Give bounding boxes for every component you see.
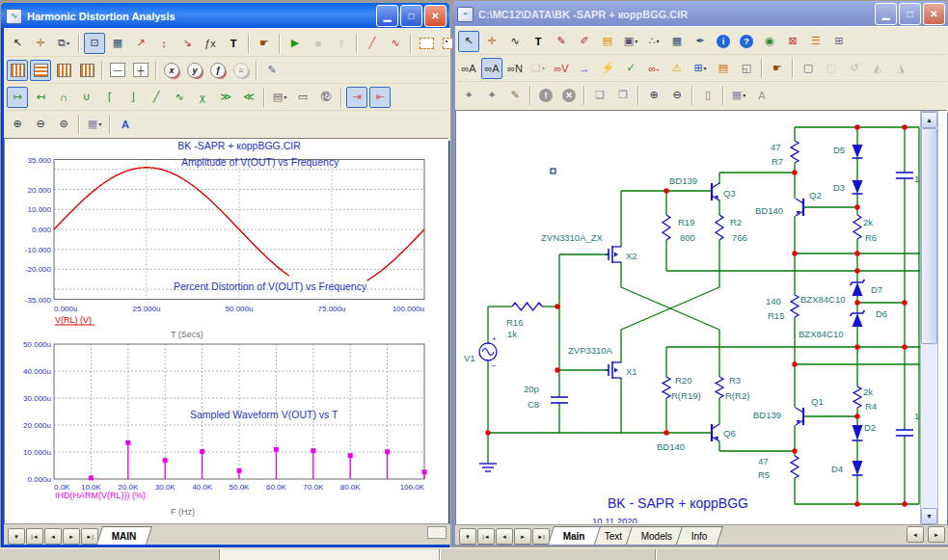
taskbar-segment[interactable] <box>219 549 441 560</box>
part-label[interactable]: ZVN3310A_ZX <box>541 232 604 243</box>
rotate-button[interactable]: ↺ <box>844 58 865 79</box>
info-button[interactable]: i <box>713 31 734 52</box>
border-display-button[interactable]: ☰ <box>805 31 826 52</box>
part-label[interactable]: ZVP3310A <box>568 345 613 356</box>
horizontal-scroll-right-button[interactable]: ► <box>928 526 945 543</box>
part-label[interactable]: D5 <box>833 145 845 155</box>
part-label[interactable]: D4 <box>831 464 843 474</box>
part-label[interactable]: R7 <box>772 156 783 167</box>
go-global-high-button[interactable]: ≫ <box>215 87 236 108</box>
go-high-button[interactable]: ⌈ <box>99 87 121 108</box>
send-back-button[interactable]: ❐ <box>612 85 634 106</box>
bring-front-button[interactable]: ❏ <box>589 85 610 106</box>
find-part-button[interactable]: ⌖ <box>458 85 479 106</box>
cursor-cross-button[interactable]: ┼ <box>130 60 151 81</box>
plot-layout-overlap-button[interactable] <box>76 60 97 81</box>
page-list-button[interactable]: ▼ <box>459 528 476 545</box>
vertical-tag-button[interactable]: ↕ <box>153 33 175 54</box>
text-mode-button[interactable]: T <box>528 31 549 52</box>
part-label[interactable]: BD139 <box>753 410 781 420</box>
wire-mode-button[interactable]: ∿ <box>504 31 526 52</box>
part-label[interactable]: 2k <box>863 387 873 397</box>
part-label[interactable]: V1 <box>464 353 475 363</box>
power-button[interactable]: ⚡ <box>597 58 618 79</box>
page-list-button[interactable]: ▼ <box>8 528 25 545</box>
part-label[interactable]: Q3 <box>723 188 736 199</box>
maximize-button[interactable]: □ <box>899 3 921 25</box>
properties-button[interactable]: ☛ <box>767 58 788 79</box>
part-label[interactable]: R15 <box>768 310 784 321</box>
first-page-button[interactable]: |◄ <box>477 528 495 545</box>
part-label[interactable]: 2k <box>863 217 873 227</box>
part-label[interactable]: BK - SAPR + коррBGG <box>608 495 748 511</box>
last-page-button[interactable]: ►| <box>81 528 98 545</box>
bus-mode-button[interactable]: ▤ <box>597 31 618 52</box>
part-label[interactable]: D7 <box>871 284 882 295</box>
tab-main[interactable]: Main <box>548 526 601 545</box>
horizontal-cursor-button[interactable]: — <box>107 60 128 81</box>
part-label[interactable]: 47 <box>771 142 781 152</box>
previous-slope-button[interactable]: ⇤ <box>369 87 391 108</box>
pause-button[interactable]: ‖ <box>331 33 352 54</box>
taskbar-segment[interactable] <box>439 549 657 560</box>
part-label[interactable]: R4 <box>865 401 877 412</box>
design-warning-button[interactable]: ⚠ <box>666 58 688 79</box>
zoom-in-button[interactable]: ⊕ <box>643 85 664 106</box>
flip-y-button[interactable]: ◮ <box>890 58 911 79</box>
copy-button[interactable]: ⧉▾ <box>53 33 74 54</box>
taskbar-segment[interactable] <box>655 549 948 560</box>
spreadsheet-button[interactable]: ▦ <box>666 31 688 52</box>
node-numbers-button[interactable]: ∞N <box>504 58 526 79</box>
attribute-text-button[interactable]: ∞A <box>458 58 479 79</box>
pin-connections-button[interactable]: ∞- <box>643 58 664 79</box>
close-button[interactable]: ✕ <box>424 5 447 27</box>
info-page-button[interactable]: ✎ <box>504 85 526 106</box>
go-next-button[interactable]: ↦ <box>7 87 28 108</box>
font-button[interactable]: A <box>115 114 136 135</box>
next-slope-button[interactable]: ⇥ <box>346 87 367 108</box>
schematic-titlebar[interactable]: ⌁ C:\MC12\DATA\BK -SAPR + коррBGG.CIR ▁□… <box>452 1 948 26</box>
part-label[interactable]: X2 <box>626 251 637 261</box>
part-label[interactable]: 10.11.2020 <box>592 516 637 523</box>
taskbar-strip[interactable] <box>0 547 948 560</box>
stop-button[interactable]: ■ <box>308 33 329 54</box>
part-label[interactable]: R6 <box>865 232 877 243</box>
zoom-box-button[interactable] <box>416 33 437 54</box>
plot-layout-split-button[interactable] <box>53 60 74 81</box>
x-cursor-button[interactable]: x <box>161 60 182 81</box>
scroll-thumb[interactable] <box>921 128 937 344</box>
part-label[interactable]: D2 <box>864 422 876 433</box>
paintbrush-button[interactable]: ✒ <box>690 31 711 52</box>
tag-point-button[interactable]: ∿ <box>385 33 406 54</box>
analysis-titlebar[interactable]: ∿ Harmonic Distortion Analysis ▁□✕ <box>1 3 449 28</box>
part-label[interactable]: X1 <box>626 366 637 377</box>
pane-select-button[interactable]: ▦▾ <box>84 114 105 135</box>
close-button[interactable]: ✕ <box>923 3 945 25</box>
part-label[interactable]: 140 <box>766 296 781 307</box>
grid-toggle-button[interactable]: ⊞▾ <box>690 58 711 79</box>
waveform-plots[interactable]: 35.00020.00010.0000.000-10.000-20.000-35… <box>5 139 446 522</box>
next-page-button[interactable]: ► <box>63 528 80 545</box>
page-doc-button[interactable]: ▤ <box>713 58 734 79</box>
last-page-button[interactable]: ►| <box>532 528 550 545</box>
plot-layout-vertical-button[interactable] <box>7 60 28 81</box>
run-button[interactable]: ▶ <box>284 33 306 54</box>
part-label[interactable]: BD139 <box>669 175 697 186</box>
part-label[interactable]: BD140 <box>755 205 783 216</box>
part-label[interactable]: R19 <box>678 217 694 227</box>
part-label[interactable]: 800 <box>680 232 695 243</box>
options-button[interactable]: ⊞ <box>828 31 850 52</box>
text-mode-button[interactable]: T <box>223 33 244 54</box>
part-label[interactable]: R5 <box>758 469 770 480</box>
node-cascade-button[interactable]: ❏▾ <box>528 58 549 79</box>
part-label[interactable]: BZX84C10 <box>799 329 843 339</box>
properties-button[interactable]: ☛ <box>254 33 275 54</box>
part-label[interactable]: R(R2) <box>725 390 749 401</box>
zoom-100-button[interactable]: ⊚ <box>53 114 74 135</box>
go-peak-button[interactable]: ∩ <box>53 87 74 108</box>
zoom-out-button[interactable]: ⊖ <box>666 85 688 106</box>
zoom-out-button[interactable]: ⊖ <box>30 114 51 135</box>
go-previous-button[interactable]: ↤ <box>30 87 51 108</box>
part-label[interactable]: 766 <box>732 232 747 243</box>
attribute-value-button[interactable]: ∞A <box>481 58 502 79</box>
